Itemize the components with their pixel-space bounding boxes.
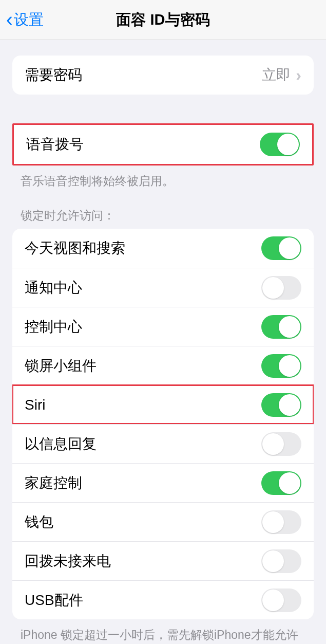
allow-access-row: 回拨未接来电 xyxy=(12,541,314,580)
require-passcode-label: 需要密码 xyxy=(25,65,82,85)
nav-bar: ‹ 设置 面容 ID与密码 xyxy=(0,0,326,40)
chevron-left-icon: ‹ xyxy=(6,9,13,31)
allow-access-row: USB配件 xyxy=(12,580,314,619)
allow-access-label: 以信息回复 xyxy=(25,434,97,454)
require-passcode-block: 需要密码 立即 › xyxy=(12,56,314,95)
allow-access-toggle[interactable] xyxy=(261,588,301,612)
back-button[interactable]: ‹ 设置 xyxy=(0,0,44,40)
allow-access-toggle[interactable] xyxy=(261,236,301,260)
voice-dial-toggle[interactable] xyxy=(260,133,300,156)
allow-access-label: Siri xyxy=(25,397,45,413)
require-passcode-row[interactable]: 需要密码 立即 › xyxy=(12,56,314,95)
voice-dial-label: 语音拨号 xyxy=(26,135,84,154)
allow-access-toggle[interactable] xyxy=(261,432,301,456)
allow-access-toggle[interactable] xyxy=(261,549,301,573)
allow-access-toggle[interactable] xyxy=(261,393,301,417)
allow-access-row: 锁屏小组件 xyxy=(12,346,314,385)
allow-access-label: 锁屏小组件 xyxy=(25,356,97,376)
allow-access-toggle[interactable] xyxy=(261,471,301,495)
allow-access-label: 家庭控制 xyxy=(25,473,82,493)
allow-access-row: 钱包 xyxy=(12,502,314,541)
usb-footer: iPhone 锁定超过一小时后，需先解锁iPhone才能允许USB 配件连接。 xyxy=(0,619,326,644)
allow-access-row: 通知中心 xyxy=(12,268,314,307)
back-label: 设置 xyxy=(14,10,44,30)
chevron-right-icon: › xyxy=(296,66,301,85)
allow-access-row: 以信息回复 xyxy=(12,424,314,463)
allow-access-row: Siri xyxy=(12,385,314,424)
voice-dial-block: 语音拨号 xyxy=(12,123,314,165)
allow-access-label: 通知中心 xyxy=(25,278,82,298)
allow-access-label: 回拨未接来电 xyxy=(25,551,111,571)
allow-access-label: 今天视图和搜索 xyxy=(25,238,125,258)
allow-access-block: 今天视图和搜索通知中心控制中心锁屏小组件Siri以信息回复家庭控制钱包回拨未接来… xyxy=(12,229,314,619)
allow-access-row: 控制中心 xyxy=(12,307,314,346)
allow-access-label: USB配件 xyxy=(25,591,83,610)
voice-dial-row: 语音拨号 xyxy=(14,125,312,164)
allow-access-row: 家庭控制 xyxy=(12,463,314,502)
allow-access-row: 今天视图和搜索 xyxy=(12,229,314,268)
allow-access-header: 锁定时允许访问： xyxy=(0,208,326,229)
allow-access-label: 钱包 xyxy=(25,512,53,532)
voice-dial-footer: 音乐语音控制将始终被启用。 xyxy=(0,165,326,189)
allow-access-toggle[interactable] xyxy=(261,276,301,300)
page-title: 面容 ID与密码 xyxy=(116,10,209,30)
allow-access-toggle[interactable] xyxy=(261,510,301,534)
allow-access-toggle[interactable] xyxy=(261,315,301,339)
allow-access-label: 控制中心 xyxy=(25,317,82,337)
require-passcode-value: 立即 xyxy=(262,65,291,85)
allow-access-toggle[interactable] xyxy=(261,354,301,378)
